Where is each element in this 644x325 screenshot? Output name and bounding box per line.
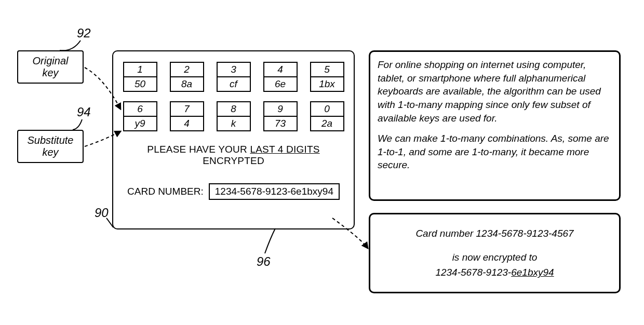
key-original: 1 — [124, 63, 156, 77]
card-number-row: CARD NUMBER: 1234-5678-9123-6e1bxy94 — [127, 183, 340, 200]
description-paragraph-1: For online shopping on internet using co… — [378, 58, 612, 125]
key-original: 0 — [311, 102, 343, 117]
key-8[interactable]: 8 k — [217, 101, 251, 131]
key-original: 4 — [264, 63, 297, 77]
key-2[interactable]: 2 8a — [170, 62, 204, 92]
substitute-key-label-line2: key — [42, 146, 58, 158]
encryption-result-line2: is now encrypted to — [378, 251, 612, 264]
key-original: 6 — [124, 102, 156, 117]
ref-96: 96 — [257, 254, 271, 269]
key-substitute: cf — [218, 77, 250, 91]
key-7[interactable]: 7 4 — [170, 101, 204, 131]
key-substitute: 2a — [311, 117, 343, 130]
card-number-label: CARD NUMBER: — [127, 186, 204, 197]
ref-90: 90 — [95, 206, 109, 220]
encryption-prompt: PLEASE HAVE YOUR LAST 4 DIGITS ENCRYPTED — [124, 144, 343, 167]
card-number-field[interactable]: 1234-5678-9123-6e1bxy94 — [209, 183, 340, 200]
key-original: 2 — [171, 63, 203, 77]
key-3[interactable]: 3 cf — [217, 62, 251, 92]
encryption-result-line1: Card number 1234-5678-9123-4567 — [378, 227, 612, 240]
encryption-result-line3-under: 6e1bxy94 — [511, 267, 554, 278]
encryption-keypad-panel: 1 50 2 8a 3 cf 4 6e 5 1bx 6 y9 — [112, 50, 355, 229]
substitute-key-label-box: Substitute key — [17, 130, 84, 163]
keypad-row-2: 6 y9 7 4 8 k 9 73 0 2a — [123, 101, 344, 131]
key-original: 3 — [218, 63, 250, 77]
prompt-pre: PLEASE HAVE YOUR — [147, 144, 250, 155]
key-5[interactable]: 5 1bx — [310, 62, 344, 92]
prompt-post: ENCRYPTED — [203, 155, 264, 166]
key-6[interactable]: 6 y9 — [123, 101, 157, 131]
key-substitute: 1bx — [311, 77, 343, 91]
key-substitute: 8a — [171, 77, 203, 91]
key-original: 8 — [218, 102, 250, 117]
ref-94: 94 — [77, 105, 91, 119]
key-substitute: k — [218, 117, 250, 130]
key-original: 9 — [264, 102, 297, 117]
prompt-underlined: LAST 4 DIGITS — [250, 144, 319, 155]
key-4[interactable]: 4 6e — [263, 62, 298, 92]
key-1[interactable]: 1 50 — [123, 62, 157, 92]
key-0[interactable]: 0 2a — [310, 101, 344, 131]
encryption-result-box: Card number 1234-5678-9123-4567 is now e… — [369, 213, 621, 293]
description-box: For online shopping on internet using co… — [369, 50, 621, 201]
encryption-result-line3-pre: 1234-5678-9123- — [435, 267, 511, 278]
original-key-label-line2: key — [42, 67, 58, 79]
key-substitute: 6e — [264, 77, 297, 91]
original-key-label-box: Original key — [17, 50, 84, 84]
substitute-key-label-line1: Substitute — [28, 134, 74, 146]
key-substitute: 73 — [264, 117, 297, 130]
keypad-row-1: 1 50 2 8a 3 cf 4 6e 5 1bx — [123, 62, 344, 92]
ref-92: 92 — [77, 26, 91, 40]
original-key-label-line1: Original — [33, 55, 69, 67]
description-paragraph-2: We can make 1-to-many combinations. As, … — [378, 132, 612, 172]
key-original: 7 — [171, 102, 203, 117]
key-original: 5 — [311, 63, 343, 77]
key-substitute: 4 — [171, 117, 203, 130]
encryption-result-line3: 1234-5678-9123-6e1bxy94 — [378, 266, 612, 279]
key-substitute: 50 — [124, 77, 156, 91]
key-substitute: y9 — [124, 117, 156, 130]
key-9[interactable]: 9 73 — [263, 101, 298, 131]
